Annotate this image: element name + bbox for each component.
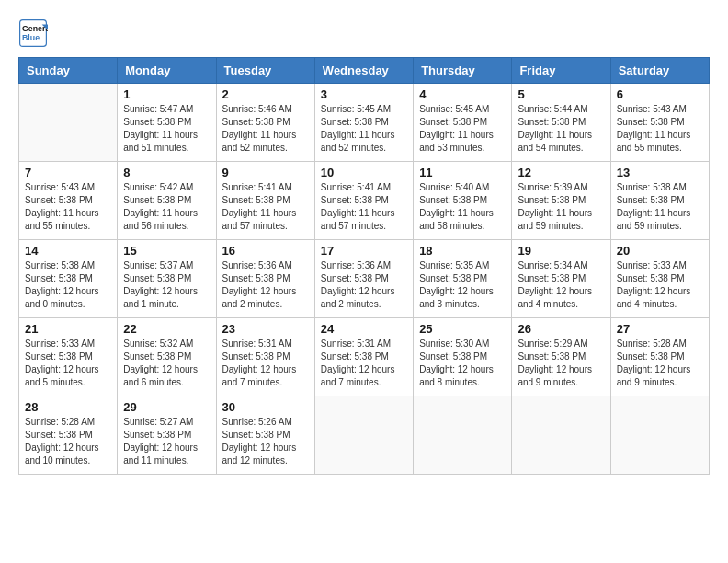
calendar-cell [414, 396, 512, 475]
calendar-cell: 20Sunrise: 5:33 AM Sunset: 5:38 PM Dayli… [610, 240, 709, 318]
svg-text:Blue: Blue [22, 33, 40, 42]
calendar-cell: 27Sunrise: 5:28 AM Sunset: 5:38 PM Dayli… [610, 318, 709, 396]
day-number: 11 [419, 166, 506, 179]
calendar-cell: 12Sunrise: 5:39 AM Sunset: 5:38 PM Dayli… [512, 162, 610, 240]
day-number: 3 [321, 87, 407, 101]
weekday-header-monday: Monday [118, 58, 216, 84]
day-info: Sunrise: 5:38 AM Sunset: 5:38 PM Dayligh… [617, 181, 703, 233]
calendar-cell: 23Sunrise: 5:31 AM Sunset: 5:38 PM Dayli… [216, 318, 314, 396]
calendar-cell: 1Sunrise: 5:47 AM Sunset: 5:38 PM Daylig… [118, 84, 216, 162]
day-number: 24 [321, 322, 407, 336]
day-number: 30 [222, 400, 309, 414]
day-number: 22 [123, 322, 210, 336]
day-info: Sunrise: 5:28 AM Sunset: 5:38 PM Dayligh… [617, 338, 703, 389]
day-number: 10 [321, 166, 407, 179]
day-number: 20 [617, 244, 703, 258]
calendar-cell: 16Sunrise: 5:36 AM Sunset: 5:38 PM Dayli… [216, 240, 314, 318]
day-info: Sunrise: 5:36 AM Sunset: 5:38 PM Dayligh… [321, 259, 407, 311]
day-number: 1 [123, 87, 210, 101]
calendar-week-3: 14Sunrise: 5:38 AM Sunset: 5:38 PM Dayli… [19, 240, 710, 318]
calendar-week-1: 1Sunrise: 5:47 AM Sunset: 5:38 PM Daylig… [19, 84, 710, 162]
day-number: 5 [518, 87, 604, 101]
day-info: Sunrise: 5:33 AM Sunset: 5:38 PM Dayligh… [617, 259, 703, 311]
calendar-week-5: 28Sunrise: 5:28 AM Sunset: 5:38 PM Dayli… [19, 396, 710, 475]
day-info: Sunrise: 5:46 AM Sunset: 5:38 PM Dayligh… [222, 103, 309, 155]
logo-icon: General Blue [18, 18, 48, 48]
day-info: Sunrise: 5:31 AM Sunset: 5:38 PM Dayligh… [222, 338, 309, 389]
calendar-cell [610, 396, 709, 475]
weekday-header-saturday: Saturday [610, 58, 709, 84]
day-info: Sunrise: 5:38 AM Sunset: 5:38 PM Dayligh… [25, 259, 111, 311]
day-info: Sunrise: 5:43 AM Sunset: 5:38 PM Dayligh… [617, 103, 703, 155]
calendar-cell: 7Sunrise: 5:43 AM Sunset: 5:38 PM Daylig… [19, 162, 118, 240]
calendar-cell [19, 84, 118, 162]
day-number: 2 [222, 87, 309, 101]
calendar-table: SundayMondayTuesdayWednesdayThursdayFrid… [18, 57, 710, 475]
day-number: 17 [321, 244, 407, 258]
day-info: Sunrise: 5:45 AM Sunset: 5:38 PM Dayligh… [419, 103, 506, 155]
day-info: Sunrise: 5:31 AM Sunset: 5:38 PM Dayligh… [321, 338, 407, 389]
calendar-cell: 6Sunrise: 5:43 AM Sunset: 5:38 PM Daylig… [610, 84, 709, 162]
calendar-cell: 13Sunrise: 5:38 AM Sunset: 5:38 PM Dayli… [610, 162, 709, 240]
calendar-cell: 4Sunrise: 5:45 AM Sunset: 5:38 PM Daylig… [414, 84, 512, 162]
day-info: Sunrise: 5:40 AM Sunset: 5:38 PM Dayligh… [419, 181, 506, 233]
calendar-week-4: 21Sunrise: 5:33 AM Sunset: 5:38 PM Dayli… [19, 318, 710, 396]
calendar-cell: 19Sunrise: 5:34 AM Sunset: 5:38 PM Dayli… [512, 240, 610, 318]
day-info: Sunrise: 5:29 AM Sunset: 5:38 PM Dayligh… [518, 338, 604, 389]
weekday-header-thursday: Thursday [414, 58, 512, 84]
calendar-cell: 24Sunrise: 5:31 AM Sunset: 5:38 PM Dayli… [314, 318, 413, 396]
day-number: 25 [419, 322, 506, 336]
day-info: Sunrise: 5:28 AM Sunset: 5:38 PM Dayligh… [25, 416, 111, 467]
day-number: 29 [123, 400, 210, 414]
calendar-cell: 5Sunrise: 5:44 AM Sunset: 5:38 PM Daylig… [512, 84, 610, 162]
day-number: 7 [25, 166, 111, 179]
calendar-cell: 26Sunrise: 5:29 AM Sunset: 5:38 PM Dayli… [512, 318, 610, 396]
day-number: 6 [617, 87, 703, 101]
day-info: Sunrise: 5:34 AM Sunset: 5:38 PM Dayligh… [518, 259, 604, 311]
calendar-cell: 14Sunrise: 5:38 AM Sunset: 5:38 PM Dayli… [19, 240, 118, 318]
day-info: Sunrise: 5:41 AM Sunset: 5:38 PM Dayligh… [222, 181, 309, 233]
day-info: Sunrise: 5:37 AM Sunset: 5:38 PM Dayligh… [123, 259, 210, 311]
calendar-cell: 15Sunrise: 5:37 AM Sunset: 5:38 PM Dayli… [118, 240, 216, 318]
page-header: General Blue [18, 18, 710, 48]
calendar-cell: 25Sunrise: 5:30 AM Sunset: 5:38 PM Dayli… [414, 318, 512, 396]
calendar-cell: 11Sunrise: 5:40 AM Sunset: 5:38 PM Dayli… [414, 162, 512, 240]
calendar-cell: 8Sunrise: 5:42 AM Sunset: 5:38 PM Daylig… [118, 162, 216, 240]
day-number: 13 [617, 166, 703, 179]
weekday-header-wednesday: Wednesday [314, 58, 413, 84]
calendar-week-2: 7Sunrise: 5:43 AM Sunset: 5:38 PM Daylig… [19, 162, 710, 240]
day-number: 15 [123, 244, 210, 258]
day-info: Sunrise: 5:36 AM Sunset: 5:38 PM Dayligh… [222, 259, 309, 311]
day-number: 18 [419, 244, 506, 258]
day-info: Sunrise: 5:47 AM Sunset: 5:38 PM Dayligh… [123, 103, 210, 155]
weekday-header-friday: Friday [512, 58, 610, 84]
calendar-cell: 30Sunrise: 5:26 AM Sunset: 5:38 PM Dayli… [216, 396, 314, 475]
calendar-cell [314, 396, 413, 475]
day-info: Sunrise: 5:26 AM Sunset: 5:38 PM Dayligh… [222, 416, 309, 467]
calendar-cell: 18Sunrise: 5:35 AM Sunset: 5:38 PM Dayli… [414, 240, 512, 318]
calendar-cell: 9Sunrise: 5:41 AM Sunset: 5:38 PM Daylig… [216, 162, 314, 240]
calendar-cell: 2Sunrise: 5:46 AM Sunset: 5:38 PM Daylig… [216, 84, 314, 162]
day-info: Sunrise: 5:44 AM Sunset: 5:38 PM Dayligh… [518, 103, 604, 155]
calendar-cell: 29Sunrise: 5:27 AM Sunset: 5:38 PM Dayli… [118, 396, 216, 475]
calendar-cell: 3Sunrise: 5:45 AM Sunset: 5:38 PM Daylig… [314, 84, 413, 162]
day-info: Sunrise: 5:27 AM Sunset: 5:38 PM Dayligh… [123, 416, 210, 467]
day-info: Sunrise: 5:41 AM Sunset: 5:38 PM Dayligh… [321, 181, 407, 233]
day-number: 8 [123, 166, 210, 179]
weekday-header-tuesday: Tuesday [216, 58, 314, 84]
calendar-header: SundayMondayTuesdayWednesdayThursdayFrid… [19, 58, 710, 84]
calendar-cell: 17Sunrise: 5:36 AM Sunset: 5:38 PM Dayli… [314, 240, 413, 318]
day-info: Sunrise: 5:43 AM Sunset: 5:38 PM Dayligh… [25, 181, 111, 233]
calendar-cell: 21Sunrise: 5:33 AM Sunset: 5:38 PM Dayli… [19, 318, 118, 396]
day-info: Sunrise: 5:33 AM Sunset: 5:38 PM Dayligh… [25, 338, 111, 389]
calendar-cell [512, 396, 610, 475]
day-number: 12 [518, 166, 604, 179]
day-number: 23 [222, 322, 309, 336]
day-number: 26 [518, 322, 604, 336]
calendar-cell: 22Sunrise: 5:32 AM Sunset: 5:38 PM Dayli… [118, 318, 216, 396]
day-info: Sunrise: 5:39 AM Sunset: 5:38 PM Dayligh… [518, 181, 604, 233]
day-number: 27 [617, 322, 703, 336]
day-number: 14 [25, 244, 111, 258]
day-info: Sunrise: 5:30 AM Sunset: 5:38 PM Dayligh… [419, 338, 506, 389]
calendar-cell: 28Sunrise: 5:28 AM Sunset: 5:38 PM Dayli… [19, 396, 118, 475]
